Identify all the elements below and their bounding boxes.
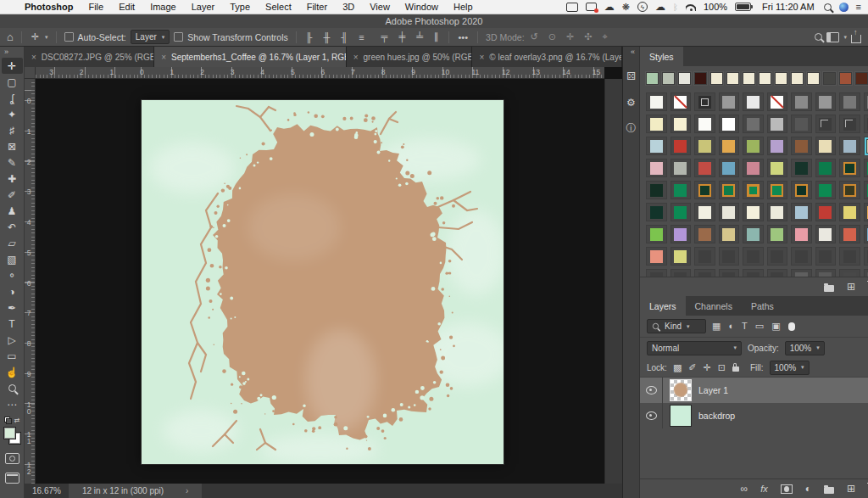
style-swatch[interactable] [815, 203, 837, 221]
layer-thumbnail[interactable] [670, 379, 692, 401]
new-group-icon[interactable] [824, 487, 834, 494]
style-swatch[interactable] [767, 181, 788, 199]
style-swatch[interactable] [694, 225, 715, 243]
style-swatch[interactable] [815, 247, 837, 266]
style-swatch[interactable] [646, 181, 667, 199]
recent-style-swatch[interactable] [839, 72, 852, 85]
tool-brush[interactable]: ✐ [2, 187, 23, 203]
lock-all-icon[interactable] [732, 367, 739, 372]
recent-style-swatch[interactable] [646, 72, 659, 85]
style-swatch[interactable] [839, 181, 860, 199]
menu-3d[interactable]: 3D [335, 2, 362, 12]
style-swatch[interactable] [670, 203, 692, 221]
document-tab[interactable]: ×DSC08272.JPG @ 25% (RGB… [25, 47, 154, 67]
style-swatch[interactable] [864, 115, 868, 133]
style-swatch[interactable] [719, 115, 740, 133]
style-swatch[interactable] [743, 115, 764, 133]
dock-collapse-icon[interactable]: « [631, 47, 639, 58]
menu-layer[interactable]: Layer [184, 2, 223, 12]
spotlight-search-icon[interactable] [824, 3, 832, 11]
tab-paths[interactable]: Paths [742, 296, 783, 316]
filter-type-layers-icon[interactable]: T [742, 321, 748, 332]
style-swatch[interactable] [791, 225, 812, 243]
layer-row[interactable]: Layer 1 [640, 378, 868, 403]
tool-zoom[interactable] [2, 380, 23, 396]
show-transform-checkbox[interactable] [174, 32, 183, 42]
style-swatch[interactable] [767, 115, 788, 133]
style-swatch[interactable] [767, 247, 788, 266]
style-swatch[interactable] [815, 159, 837, 177]
menu-filter[interactable]: Filter [299, 2, 335, 12]
recent-style-swatch[interactable] [823, 72, 836, 85]
blend-mode-dropdown[interactable]: Normal ▾ [647, 341, 742, 355]
visibility-eye-icon[interactable] [646, 411, 657, 420]
style-swatch[interactable] [815, 181, 837, 199]
menu-help[interactable]: Help [446, 2, 481, 12]
style-swatch[interactable] [791, 203, 812, 221]
panel-swatches-icon[interactable]: ⚄ [623, 68, 639, 84]
recent-style-swatch[interactable] [694, 72, 707, 85]
recent-style-swatch[interactable] [710, 72, 723, 85]
quick-mask-icon[interactable] [5, 453, 19, 464]
style-swatch[interactable] [670, 269, 692, 277]
new-style-group-icon[interactable] [824, 285, 834, 292]
menu-window[interactable]: Window [398, 2, 446, 12]
style-swatch[interactable] [646, 247, 667, 266]
close-tab-icon[interactable]: × [161, 53, 166, 62]
default-colors-icon[interactable] [4, 417, 12, 424]
vertical-scrollbar-track[interactable] [604, 79, 622, 484]
distribute-v-icon[interactable]: ∥ [432, 31, 441, 42]
menu-view[interactable]: View [362, 2, 398, 12]
new-layer-icon[interactable]: ⊞ [847, 484, 855, 494]
move-tool-icon[interactable]: ✛ [30, 31, 41, 42]
tool-dodge[interactable]: ◑ [2, 283, 23, 299]
style-swatch[interactable] [815, 225, 837, 243]
3d-camera-icon[interactable]: ⌖ [600, 31, 609, 42]
search-icon[interactable] [815, 32, 822, 42]
document-tab[interactable]: ×Septemberhs1_Coffee @ 16.7% (Layer 1, R… [154, 47, 347, 67]
style-swatch[interactable] [839, 203, 860, 221]
document-info[interactable]: 12 in x 12 in (300 ppi) › [69, 484, 203, 498]
energy-icon[interactable]: ϟ [637, 2, 648, 12]
style-swatch[interactable] [864, 92, 868, 111]
tab-layers[interactable]: Layers [640, 296, 686, 316]
style-swatch[interactable] [670, 247, 692, 266]
recent-style-swatch[interactable] [807, 72, 820, 85]
align-middle-icon[interactable]: ╪ [397, 31, 407, 42]
link-layers-icon[interactable]: ∞ [741, 484, 748, 494]
style-swatch[interactable] [670, 181, 692, 199]
visibility-eye-icon[interactable] [646, 386, 657, 394]
tool-history-brush[interactable]: ↶ [2, 219, 23, 235]
style-swatch[interactable] [646, 137, 667, 155]
default-colors-row[interactable]: ⇄ [4, 417, 20, 424]
style-swatch[interactable] [646, 159, 667, 177]
style-swatch[interactable] [839, 247, 860, 266]
style-swatch[interactable] [719, 181, 740, 199]
recent-style-swatch[interactable] [791, 72, 804, 85]
cloud-storage-icon[interactable]: ☁ [655, 3, 665, 11]
auto-select-checkbox[interactable] [64, 32, 74, 42]
style-swatch[interactable] [767, 225, 788, 243]
recent-style-swatch[interactable] [726, 72, 739, 85]
tool-eraser[interactable]: ▱ [2, 235, 23, 251]
3d-drag-icon[interactable]: ✛ [565, 31, 576, 42]
tool-edit-toolbar[interactable]: ⋯ [2, 396, 23, 412]
style-swatch[interactable] [767, 269, 788, 277]
close-tab-icon[interactable]: × [31, 53, 36, 62]
opacity-dropdown[interactable]: 100% ▾ [785, 341, 825, 355]
style-swatch[interactable] [791, 247, 812, 266]
tool-frame[interactable]: ⊠ [2, 138, 23, 154]
ruler-origin-corner[interactable] [25, 67, 36, 79]
style-swatch[interactable] [719, 247, 740, 266]
layer-thumbnail[interactable] [670, 405, 692, 427]
style-swatch[interactable] [864, 225, 868, 243]
3d-slide-icon[interactable]: ✣ [582, 31, 593, 42]
share-icon[interactable] [851, 35, 861, 43]
style-swatch[interactable] [646, 115, 667, 133]
toolbar-collapse-icon[interactable]: » [0, 47, 8, 58]
style-swatch[interactable] [743, 181, 764, 199]
style-swatch[interactable] [743, 247, 764, 266]
style-swatch[interactable] [839, 269, 860, 277]
style-swatch[interactable] [839, 92, 860, 111]
menu-file[interactable]: File [81, 2, 111, 12]
